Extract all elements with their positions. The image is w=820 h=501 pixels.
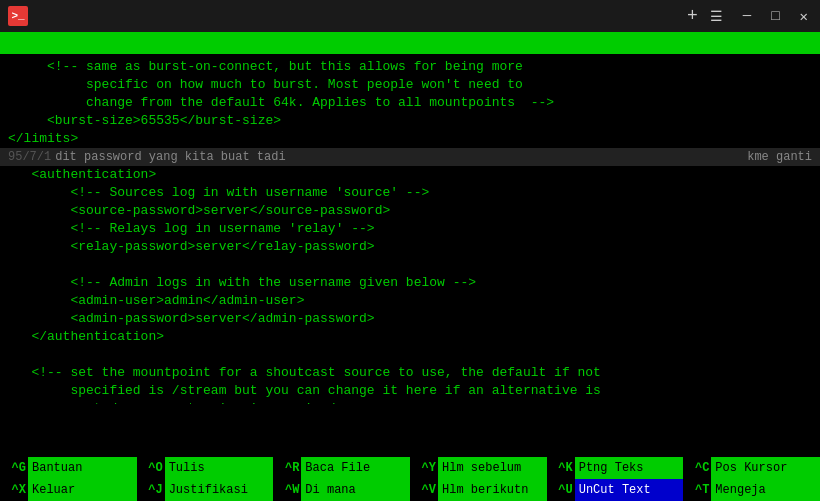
shortcut-item[interactable]: ^YHlm sebelum <box>410 457 547 479</box>
shortcut-key: ^T <box>683 483 711 497</box>
shortcut-label: Bantuan <box>28 457 137 479</box>
shortcut-label: Justifikasi <box>165 479 274 501</box>
editor-line: <admin-password>server</admin-password> <box>0 310 820 328</box>
shortcut-label: Baca File <box>301 457 410 479</box>
top-status-bar <box>0 32 820 54</box>
shortcut-label: Hlm berikutn <box>438 479 547 501</box>
close-button[interactable]: ✕ <box>796 6 812 27</box>
editor-line: <!-- Admin logs in with the username giv… <box>0 274 820 292</box>
shortcut-key: ^W <box>273 483 301 497</box>
menu-button[interactable]: ☰ <box>706 6 727 27</box>
terminal-icon: >_ <box>8 6 28 26</box>
shortcut-item[interactable]: ^WDi mana <box>273 479 410 501</box>
shortcut-label: UnCut Text <box>575 479 684 501</box>
editor-line: <relay-password>server</relay-password> <box>0 238 820 256</box>
editor-line: <authentication> <box>0 166 820 184</box>
shortcut-row: ^GBantuan^OTulis^RBaca File^YHlm sebelum… <box>0 457 820 479</box>
shortcut-key: ^G <box>0 461 28 475</box>
editor-line: specified is /stream but you can change … <box>0 382 820 400</box>
shortcut-label: Tulis <box>165 457 274 479</box>
editor-line: specific on how much to burst. Most peop… <box>0 76 820 94</box>
shortcut-key: ^X <box>0 483 28 497</box>
line-overlay-right: kme ganti <box>747 148 812 166</box>
shortcut-key: ^Y <box>410 461 438 475</box>
shortcut-label: Pos Kursor <box>711 457 820 479</box>
editor-line: <!-- set the mountpoint for a shoutcast … <box>0 364 820 382</box>
shortcut-label: Mengeja <box>711 479 820 501</box>
shortcut-label: Keluar <box>28 479 137 501</box>
line-counter: 95/7/1 <box>8 148 51 166</box>
editor-line: change from the default 64k. Applies to … <box>0 94 820 112</box>
shortcut-label: Di mana <box>301 479 410 501</box>
shortcut-key: ^R <box>273 461 301 475</box>
bottom-bars: ^GBantuan^OTulis^RBaca File^YHlm sebelum… <box>0 457 820 501</box>
editor-line: <source-password>server</source-password… <box>0 202 820 220</box>
window-controls: ☰ ─ □ ✕ <box>706 6 812 27</box>
shortcut-rows: ^GBantuan^OTulis^RBaca File^YHlm sebelum… <box>0 457 820 501</box>
shortcut-key: ^V <box>410 483 438 497</box>
editor-area[interactable]: <!-- same as burst-on-connect, but this … <box>0 54 820 404</box>
editor-line: 95/7/1dit password yang kita buat tadikm… <box>0 148 820 166</box>
shortcut-key: ^O <box>137 461 165 475</box>
editor-line: <!-- same as burst-on-connect, but this … <box>0 58 820 76</box>
shortcut-item[interactable]: ^GBantuan <box>0 457 137 479</box>
add-tab-button[interactable]: + <box>687 6 698 26</box>
shortcut-item[interactable]: ^VHlm berikutn <box>410 479 547 501</box>
shortcut-item[interactable]: ^CPos Kursor <box>683 457 820 479</box>
shortcut-label: Ptng Teks <box>575 457 684 479</box>
maximize-button[interactable]: □ <box>767 6 783 27</box>
shortcut-item[interactable]: ^KPtng Teks <box>547 457 684 479</box>
shortcut-row: ^XKeluar^JJustifikasi^WDi mana^VHlm beri… <box>0 479 820 501</box>
editor-line: </limits> <box>0 130 820 148</box>
editor-line: <admin-user>admin</admin-user> <box>0 292 820 310</box>
shortcut-item[interactable]: ^TMengeja <box>683 479 820 501</box>
editor-line: <burst-size>65535</burst-size> <box>0 112 820 130</box>
shortcut-item[interactable]: ^RBaca File <box>273 457 410 479</box>
shortcut-key: ^K <box>547 461 575 475</box>
editor-line <box>0 346 820 364</box>
editor-line: <!-- Sources log in with username 'sourc… <box>0 184 820 202</box>
shortcut-item[interactable]: ^OTulis <box>137 457 274 479</box>
shortcut-item[interactable]: ^JJustifikasi <box>137 479 274 501</box>
minimize-button[interactable]: ─ <box>739 6 755 27</box>
editor-line <box>0 256 820 274</box>
editor-line: wanted or an extension is required <box>0 400 820 404</box>
shortcut-key: ^J <box>137 483 165 497</box>
shortcut-key: ^C <box>683 461 711 475</box>
shortcut-item[interactable]: ^XKeluar <box>0 479 137 501</box>
editor-line: <!-- Relays log in username 'relay' --> <box>0 220 820 238</box>
title-bar: >_ + ☰ ─ □ ✕ <box>0 0 820 32</box>
shortcut-item[interactable]: ^UUnCut Text <box>547 479 684 501</box>
shortcut-key: ^U <box>547 483 575 497</box>
editor-line: </authentication> <box>0 328 820 346</box>
shortcut-label: Hlm sebelum <box>438 457 547 479</box>
